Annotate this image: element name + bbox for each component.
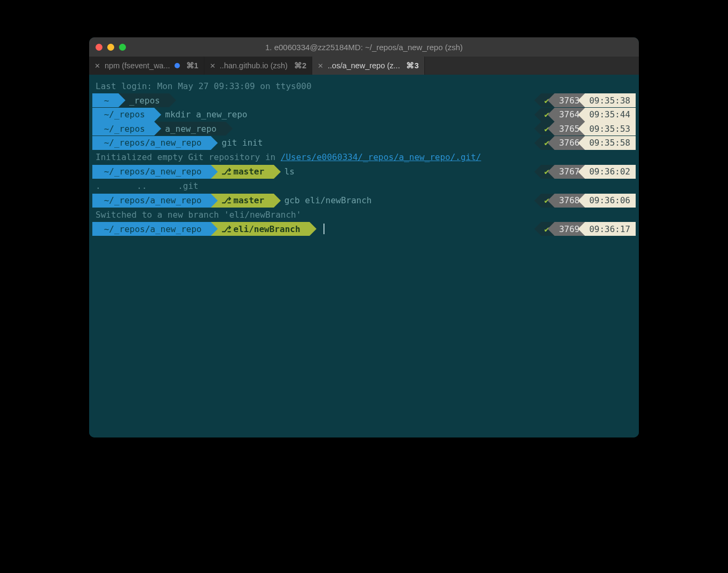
repo-path-link[interactable]: /Users/e0060334/_repos/a_new_repo/.git/ <box>281 150 481 164</box>
minimize-window-button[interactable] <box>107 44 114 51</box>
prompt-path: ~/_repos/a_new_repo <box>92 222 211 236</box>
tab-2[interactable]: ✕..os/a_new_repo (z...⌘3 <box>312 57 425 75</box>
tab-close-icon[interactable]: ✕ <box>94 62 100 70</box>
output-line: Initialized empty Git repository in /Use… <box>92 150 636 164</box>
tab-close-icon[interactable]: ✕ <box>210 62 216 70</box>
prompt-path: ~/_repos/a_new_repo <box>92 194 211 208</box>
tab-label: ..os/a_new_repo (z... <box>328 61 400 70</box>
prompt-time: 09:35:53 <box>585 122 636 136</box>
output-text: Initialized empty Git repository in <box>96 150 281 164</box>
output-line: . .. .git <box>92 179 636 193</box>
command-text[interactable]: git init <box>211 136 263 150</box>
tab-close-icon[interactable]: ✕ <box>318 62 323 70</box>
git-branch-segment: ⎇master <box>211 165 273 179</box>
traffic-lights <box>96 44 126 51</box>
tab-label: ..han.github.io (zsh) <box>220 61 288 70</box>
titlebar[interactable]: 1. e0060334@zz25184MD: ~/_repos/a_new_re… <box>89 37 639 57</box>
prompt-line: ~ _repos ✔376309:35:38 <box>92 93 636 107</box>
prompt-path: ~/_repos <box>92 108 154 122</box>
prompt-path: ~ <box>92 93 118 107</box>
window-title: 1. e0060334@zz25184MD: ~/_repos/a_new_re… <box>89 43 639 52</box>
prompt-line: ~/_repos mkdir a_new_repo✔376409:35:44 <box>92 107 636 122</box>
prompt-path: ~/_repos/a_new_repo <box>92 136 211 150</box>
tab-shortcut: ⌘2 <box>294 61 306 70</box>
prompt-line: ~/_repos/a_new_repo ⎇master ls✔376709:36… <box>92 164 636 179</box>
prompt-line: ~/_repos/a_new_repo ⎇master gcb eli/newB… <box>92 193 636 208</box>
command-text[interactable]: mkdir a_new_repo <box>154 107 247 122</box>
prompt-time: 09:35:38 <box>585 93 636 107</box>
prompt-line: ~/_repos a_new_repo ✔376509:35:53 <box>92 122 636 136</box>
tab-activity-indicator-icon <box>175 63 180 68</box>
tab-0[interactable]: ✕npm (fsevent_wa...⌘1 <box>89 57 204 75</box>
branch-icon: ⎇ <box>221 222 231 236</box>
cursor <box>323 224 325 234</box>
prompt-time: 09:36:02 <box>585 165 636 179</box>
prompt-time: 09:35:58 <box>585 136 636 150</box>
prompt-time: 09:35:44 <box>585 108 636 122</box>
command-text[interactable]: gcb eli/newBranch <box>274 193 372 208</box>
git-branch-segment: ⎇eli/newBranch <box>211 222 310 236</box>
tab-shortcut: ⌘3 <box>406 61 418 70</box>
prompt-time: 09:36:06 <box>585 194 636 208</box>
tab-label: npm (fsevent_wa... <box>105 61 170 70</box>
prompt-path: ~/_repos/a_new_repo <box>92 165 211 179</box>
maximize-window-button[interactable] <box>119 44 126 51</box>
prompt-line: ~/_repos/a_new_repo ⎇eli/newBranch ✔3769… <box>92 222 636 236</box>
git-branch-segment: ⎇master <box>211 194 273 208</box>
close-window-button[interactable] <box>96 44 102 51</box>
tab-1[interactable]: ✕..han.github.io (zsh)⌘2 <box>204 57 312 75</box>
prompt-path: ~/_repos <box>92 122 154 136</box>
tab-shortcut: ⌘1 <box>186 61 199 70</box>
prompt-time: 09:36:17 <box>585 222 636 236</box>
branch-icon: ⎇ <box>221 164 231 179</box>
prompt-path-extra: _repos <box>118 93 169 107</box>
terminal-body[interactable]: Last login: Mon May 27 09:33:09 on ttys0… <box>89 75 639 437</box>
login-line: Last login: Mon May 27 09:33:09 on ttys0… <box>92 79 636 93</box>
branch-icon: ⎇ <box>221 193 231 208</box>
tab-bar: ✕npm (fsevent_wa...⌘1✕..han.github.io (z… <box>89 57 639 75</box>
prompt-line: ~/_repos/a_new_repo git init✔376609:35:5… <box>92 136 636 150</box>
terminal-window: 1. e0060334@zz25184MD: ~/_repos/a_new_re… <box>89 37 639 437</box>
output-line: Switched to a new branch 'eli/newBranch' <box>92 208 636 222</box>
prompt-path-extra: a_new_repo <box>154 122 226 136</box>
